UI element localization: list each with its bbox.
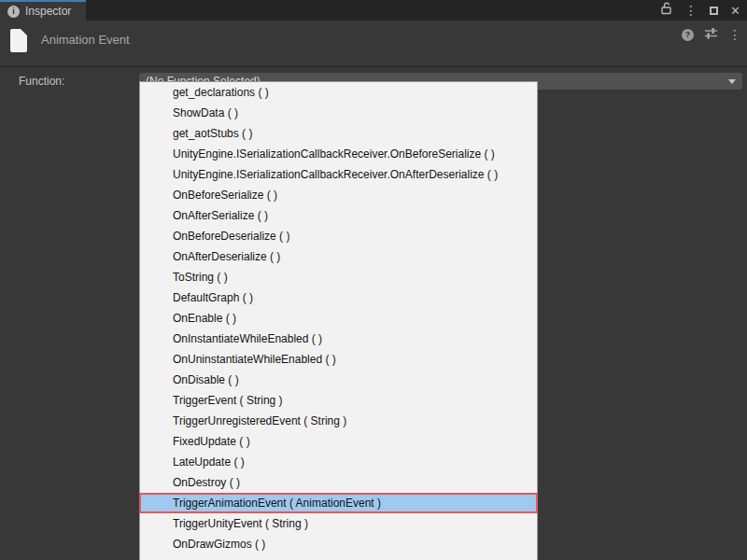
titlebar: i Inspector ⋮ ✕	[0, 0, 747, 21]
function-menu-item[interactable]: TriggerUnregisteredEvent ( String )	[140, 411, 537, 431]
function-menu-item[interactable]: TriggerEvent ( String )	[140, 390, 537, 411]
function-menu-item[interactable]: OnDisable ( )	[140, 370, 537, 390]
function-dropdown-popup: get_declarations ( ) ShowData ( ) get_ao…	[139, 81, 538, 560]
dropdown-arrow-icon	[728, 79, 736, 84]
function-menu-item[interactable]: UnityEngine.ISerializationCallbackReceiv…	[140, 164, 537, 185]
function-menu-item[interactable]: OnInstantiateWhileEnabled ( )	[140, 329, 537, 349]
component-header-icons: ? ⋮	[682, 26, 741, 43]
function-menu-item[interactable]: DefaultGraph ( )	[140, 287, 537, 308]
function-menu-item[interactable]: TriggerUnityEvent ( String )	[140, 513, 537, 534]
function-menu-item[interactable]: ShowData ( )	[140, 103, 537, 123]
function-menu-item[interactable]: OnBeforeSerialize ( )	[140, 185, 537, 205]
asset-document-icon	[9, 28, 29, 57]
function-menu-item[interactable]: OnDrawGizmos ( )	[140, 534, 537, 554]
function-menu-item[interactable]: LateUpdate ( )	[140, 452, 537, 472]
tab-inspector-label: Inspector	[25, 5, 71, 18]
function-menu-item[interactable]: OnAfterSerialize ( )	[140, 205, 537, 226]
maximize-icon[interactable]	[710, 7, 718, 15]
component-header: Animation Event ? ⋮	[0, 21, 747, 66]
presets-icon[interactable]	[704, 26, 718, 43]
close-icon[interactable]: ✕	[730, 5, 740, 17]
info-icon: i	[7, 6, 20, 18]
function-menu-item[interactable]: OnEnable ( )	[140, 308, 537, 329]
component-title: Animation Event	[41, 33, 130, 47]
header-divider	[0, 66, 747, 67]
function-menu-item[interactable]: get_aotStubs ( )	[140, 123, 537, 144]
function-menu-item[interactable]: UnityEngine.ISerializationCallbackReceiv…	[140, 144, 537, 164]
function-menu-item-selected[interactable]: TriggerAnimationEvent ( AnimationEvent )	[139, 493, 538, 513]
function-menu-item[interactable]: get_declarations ( )	[140, 82, 537, 103]
function-menu-item[interactable]: OnDestroy ( )	[140, 472, 537, 493]
function-menu-item[interactable]: FixedUpdate ( )	[140, 431, 537, 452]
component-menu-icon[interactable]: ⋮	[728, 28, 741, 41]
help-icon[interactable]: ?	[682, 29, 694, 41]
tab-inspector[interactable]: i Inspector	[0, 0, 86, 21]
titlebar-menu-icon[interactable]: ⋮	[684, 4, 698, 17]
function-label: Function:	[19, 75, 64, 88]
function-menu-item[interactable]: ToString ( )	[140, 267, 537, 287]
function-menu-item[interactable]: OnBeforeDeserialize ( )	[140, 226, 537, 246]
unlock-icon[interactable]	[660, 2, 672, 19]
function-menu-item[interactable]: OnAfterDeserialize ( )	[140, 246, 537, 267]
function-menu-item[interactable]: OnUninstantiateWhileEnabled ( )	[140, 349, 537, 370]
window-controls: ⋮ ✕	[660, 0, 740, 21]
